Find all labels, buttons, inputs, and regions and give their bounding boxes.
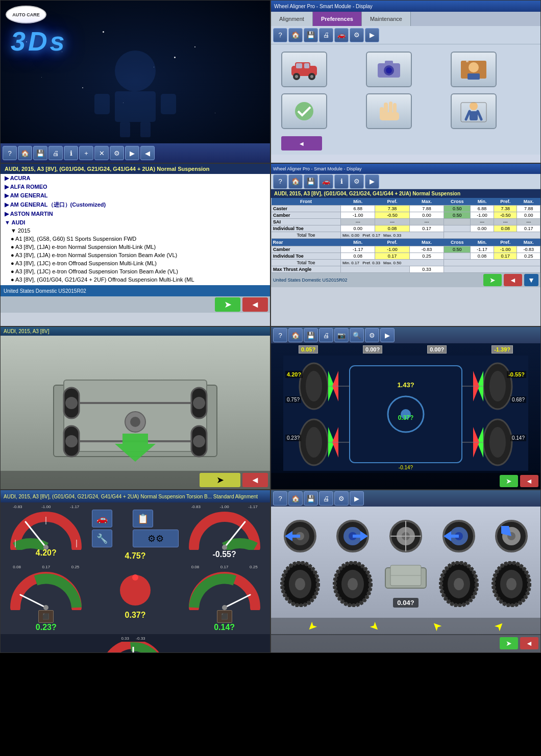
tab-preferences[interactable]: Preferences	[313, 12, 362, 26]
pref-icon-mechanic[interactable]	[451, 52, 497, 87]
p8-prev-btn[interactable]: ◄	[520, 637, 538, 649]
p6-gear-btn[interactable]: ⚙	[365, 328, 379, 342]
p6-zoom-btn[interactable]: 🔍	[350, 328, 364, 342]
p8-print-btn[interactable]: 🖨	[319, 491, 333, 506]
pref-icon-check[interactable]	[281, 93, 327, 129]
brand-acura[interactable]: ▶ ACURA	[1, 174, 270, 183]
p8-home-btn[interactable]: 🏠	[288, 491, 303, 506]
fc-icon1[interactable]: 🚗	[92, 510, 112, 527]
person-icon	[458, 100, 489, 123]
p4-save-btn[interactable]: 💾	[304, 174, 318, 189]
close-btn[interactable]: ✕	[94, 146, 109, 160]
p8-help-btn[interactable]: ?	[273, 491, 287, 506]
p6-home-btn[interactable]: 🏠	[288, 328, 303, 342]
rl-gauge-svg	[10, 569, 82, 610]
p6-cam-btn[interactable]: 📷	[334, 328, 349, 342]
p4-down-btn[interactable]: ▼	[524, 274, 538, 286]
p6-save-btn[interactable]: 💾	[304, 328, 318, 342]
p2-forward-btn[interactable]: ▶	[365, 28, 379, 42]
center-value: 0.04?	[393, 598, 418, 608]
p4-help-btn[interactable]: ?	[273, 174, 287, 189]
brand-am-general-import[interactable]: ▶ AM GENERAL（进口）(Customized)	[1, 200, 270, 210]
alignment-table: Front Min. Pref. Max. Cross Min. Pref. M…	[271, 198, 540, 273]
help-btn[interactable]: ?	[3, 146, 17, 160]
fc-icon4[interactable]: ⚙⚙	[133, 530, 179, 547]
model-a3-1ja-ml[interactable]: ● A3 [8V], (1JA) e-tron Normal Suspensio…	[1, 243, 270, 251]
pref-icon-hand[interactable]	[366, 93, 412, 129]
pref-back-btn[interactable]: ◀	[281, 136, 322, 150]
p4-gear-btn[interactable]: ⚙	[350, 174, 364, 189]
p6-next-btn[interactable]: ➤	[500, 475, 518, 487]
p5-red-btn[interactable]: ◄	[242, 473, 268, 487]
camera-icon	[374, 58, 404, 81]
model-a3-g01-ml[interactable]: ● A3 [8V], (G01/G04, G21/G24 + 2UF) Offr…	[1, 275, 270, 284]
fc-icon3[interactable]: 🔧	[92, 530, 112, 547]
p4-forward-btn[interactable]: ▶	[365, 174, 379, 189]
model-a3-1ja-vl[interactable]: ● A3 [8V], (1JA) e-tron Normal Suspensio…	[1, 251, 270, 259]
next-btn[interactable]: ➤	[215, 297, 240, 312]
rr-icon[interactable]: ⬛	[217, 610, 232, 623]
caster-min1: 6.88	[341, 206, 375, 212]
panel-preferences: Wheel Aligner Pro - Smart Module - Displ…	[270, 0, 541, 163]
p4-home-btn[interactable]: 🏠	[288, 174, 303, 189]
p2-print-btn[interactable]: 🖨	[319, 28, 333, 42]
p2-gear-icon[interactable]: ⚙	[350, 28, 364, 42]
brand-am-general[interactable]: ▶ AM GENERAL	[1, 191, 270, 200]
p8-forward-btn[interactable]: ▶	[350, 491, 364, 506]
meas-top-left: 0.05?	[299, 345, 318, 354]
total-toe-r-label: Total Toe	[272, 260, 341, 266]
p7-bottom-icons: ⬛ ▦	[3, 652, 37, 653]
tab-alignment[interactable]: Alignment	[271, 12, 313, 26]
forward-btn[interactable]: ▶	[125, 146, 139, 160]
p6-help-btn[interactable]: ?	[273, 328, 287, 342]
pref-icon-person[interactable]	[451, 93, 497, 129]
year-2015[interactable]: ▼ 2015	[1, 226, 270, 235]
rr-scale-top: 0.08 0.17 0.25	[191, 565, 258, 569]
p7-bottom-gauge: 0.33 -0.33 -0.05?	[103, 636, 164, 653]
save-btn[interactable]: 💾	[33, 146, 47, 160]
rl-icon[interactable]: ⬛	[38, 610, 54, 623]
gauge-fl-camber: -0.83 -1.00 -1.17	[3, 505, 90, 563]
row-ind-toe-front: Individual Toe 0.00 0.08 0.17 0.00 0.08 …	[272, 225, 540, 232]
p6-forward-btn[interactable]: ▶	[380, 328, 395, 342]
add-btn[interactable]: +	[79, 146, 93, 160]
p8-save-btn[interactable]: 💾	[304, 491, 318, 506]
svg-point-16	[386, 67, 392, 73]
home-btn[interactable]: 🏠	[18, 146, 32, 160]
p8-next-btn[interactable]: ➤	[500, 637, 518, 649]
p8-gear-btn[interactable]: ⚙	[334, 491, 349, 506]
back-btn[interactable]: ◀	[140, 146, 155, 160]
pref-icon-car[interactable]	[281, 52, 327, 87]
p4-next-btn[interactable]: ➤	[483, 274, 502, 286]
camber-min1: -1.00	[341, 212, 375, 219]
caster-max2: 7.88	[517, 206, 540, 212]
fc-icon2[interactable]: 📋	[133, 510, 153, 527]
p4-info-btn[interactable]: ℹ	[334, 174, 349, 189]
model-a1[interactable]: ● A1 [8X], (G58, G60) S1 Sports Suspensi…	[1, 235, 270, 243]
prev-btn[interactable]: ◄	[242, 297, 268, 312]
p2-home-btn[interactable]: 🏠	[288, 28, 303, 42]
brand-aston-martin[interactable]: ▶ ASTON MARTIN	[1, 210, 270, 218]
tire-icon-3	[435, 560, 483, 608]
p7-icon2[interactable]: ▦	[21, 652, 37, 653]
p4-car-btn[interactable]: 🚗	[319, 174, 333, 189]
info-btn[interactable]: ℹ	[64, 146, 78, 160]
p6-print-btn[interactable]: 🖨	[319, 328, 333, 342]
brand-audi[interactable]: ▼ AUDI	[1, 218, 270, 226]
print-btn[interactable]: 🖨	[48, 146, 63, 160]
model-a3-1jc-ml[interactable]: ● A3 [8V], (1JC) e-tron Offroad Suspensi…	[1, 259, 270, 267]
p4-prev-btn[interactable]: ◄	[504, 274, 522, 286]
p2-car-icon[interactable]: 🚗	[334, 28, 349, 42]
p7-icon1[interactable]: ⬛	[3, 652, 19, 653]
model-a3-1jc-vl[interactable]: ● A3 [8V], (1JC) e-tron Offroad Suspensi…	[1, 267, 270, 275]
pref-icon-camera[interactable]	[366, 52, 412, 87]
center-platform: 0.04?	[382, 560, 430, 608]
p5-yellow-btn[interactable]: ➤	[200, 473, 240, 487]
p6-prev-btn[interactable]: ◄	[520, 475, 538, 487]
settings-btn[interactable]: ⚙	[110, 146, 124, 160]
p5-subtitle: AUDI, 2015, A3 [8V]	[1, 327, 270, 336]
brand-alfa-romeo[interactable]: ▶ ALFA ROMEO	[1, 183, 270, 191]
p2-help-btn[interactable]: ?	[273, 28, 287, 42]
tab-maintenance[interactable]: Maintenance	[362, 12, 411, 26]
p2-save-btn[interactable]: 💾	[304, 28, 318, 42]
